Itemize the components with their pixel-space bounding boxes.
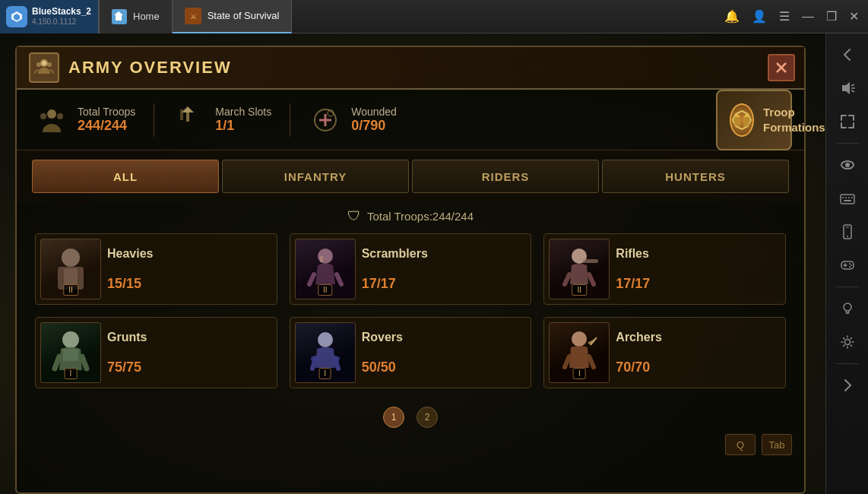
troop-portrait-grunts: I bbox=[40, 322, 101, 383]
troop-card-scramblers[interactable]: II Scramblers 17/17 bbox=[290, 233, 532, 305]
army-overview-panel: ARMY OVERVIEW bbox=[15, 46, 806, 494]
tab-riders[interactable]: RIDERS bbox=[412, 160, 599, 193]
bluestacks-text: BlueStacks_2 4.150.0.1112 bbox=[32, 6, 91, 26]
svg-rect-58 bbox=[841, 195, 854, 204]
svg-point-66 bbox=[847, 236, 848, 237]
scramblers-tier-badge: II bbox=[318, 284, 333, 296]
svg-line-47 bbox=[335, 358, 338, 369]
svg-marker-52 bbox=[842, 82, 850, 94]
sidebar-bulb-btn[interactable] bbox=[832, 293, 863, 324]
home-tab-icon bbox=[112, 9, 127, 24]
army-header-icon bbox=[29, 52, 59, 83]
rovers-tier-badge: I bbox=[318, 368, 331, 379]
sidebar-forward-btn[interactable] bbox=[832, 370, 863, 401]
tab-all[interactable]: ALL bbox=[32, 160, 219, 193]
svg-point-72 bbox=[849, 266, 851, 268]
menu-icon[interactable]: ☰ bbox=[779, 9, 790, 24]
total-troops-label: Total Troops bbox=[78, 106, 135, 118]
rifles-tier-badge: II bbox=[572, 284, 588, 296]
svg-marker-15 bbox=[182, 106, 194, 112]
grunts-name: Grunts bbox=[107, 331, 272, 344]
restore-icon[interactable]: ❐ bbox=[826, 9, 837, 24]
total-troops-display: Total Troops:244/244 bbox=[367, 210, 474, 223]
wounded-stat: Wounded 0/790 bbox=[290, 103, 415, 137]
troop-portrait-heavies: II bbox=[40, 239, 101, 299]
troop-card-rifles[interactable]: II Rifles 17/17 bbox=[543, 233, 786, 305]
svg-point-12 bbox=[40, 113, 46, 119]
troop-portrait-scramblers: II bbox=[295, 239, 356, 299]
wounded-icon bbox=[309, 103, 342, 137]
topbar-controls: 🔔 👤 ☰ — ❐ ✕ bbox=[724, 9, 868, 24]
svg-point-6 bbox=[42, 61, 46, 65]
svg-point-73 bbox=[844, 303, 851, 311]
troop-formations-label: Troop Formations bbox=[763, 105, 825, 135]
page-1-button[interactable]: 1 bbox=[383, 407, 404, 428]
troop-portrait-rovers: I bbox=[295, 322, 356, 383]
game-tab[interactable]: ⚔ State of Survival bbox=[173, 0, 293, 33]
troop-card-rovers[interactable]: I Rovers 50/50 bbox=[290, 317, 532, 388]
troop-card-grunts[interactable]: I Grunts 75/75 bbox=[35, 317, 277, 388]
svg-point-71 bbox=[851, 264, 852, 266]
svg-rect-30 bbox=[64, 268, 78, 285]
archers-name: Archers bbox=[616, 331, 781, 344]
q-shortcut-button[interactable]: Q bbox=[725, 434, 756, 455]
troop-formations-icon bbox=[730, 103, 754, 137]
svg-line-38 bbox=[589, 274, 594, 284]
troop-formations-button[interactable]: Troop Formations bbox=[716, 90, 792, 150]
tab-infantry[interactable]: INFANTRY bbox=[222, 160, 409, 193]
sidebar-expand-btn[interactable] bbox=[832, 106, 863, 137]
sidebar-phone-btn[interactable] bbox=[832, 217, 863, 247]
svg-rect-24 bbox=[743, 117, 749, 126]
sidebar-controller-btn[interactable] bbox=[832, 250, 863, 280]
march-slots-value: 1/1 bbox=[215, 118, 271, 134]
sidebar-sound-btn[interactable] bbox=[832, 73, 863, 103]
svg-rect-36 bbox=[583, 259, 598, 263]
svg-point-8 bbox=[47, 62, 52, 67]
sidebar-back-btn[interactable] bbox=[832, 40, 863, 70]
heavies-tier-badge: II bbox=[63, 284, 78, 296]
game-area: ARMY OVERVIEW bbox=[0, 33, 825, 494]
tab-hunters[interactable]: HUNTERS bbox=[602, 160, 789, 193]
sidebar-gear-btn[interactable] bbox=[832, 327, 863, 357]
account-icon[interactable]: 👤 bbox=[752, 9, 767, 24]
sidebar-divider-1 bbox=[836, 143, 859, 144]
march-slots-stat: March Slots 1/1 bbox=[154, 103, 290, 137]
game-tab-label: State of Survival bbox=[207, 10, 280, 21]
tab-shortcut-button[interactable]: Tab bbox=[762, 434, 792, 455]
march-slots-icon bbox=[173, 103, 206, 137]
svg-point-70 bbox=[849, 263, 851, 264]
sidebar-divider-2 bbox=[836, 287, 859, 287]
svg-point-43 bbox=[318, 332, 333, 347]
topbar: BlueStacks_2 4.150.0.1112 Home ⚔ State o… bbox=[0, 0, 868, 33]
rovers-count: 50/50 bbox=[362, 359, 527, 375]
svg-line-32 bbox=[309, 274, 314, 284]
svg-rect-42 bbox=[63, 349, 78, 361]
total-troops-text: Total Troops 244/244 bbox=[78, 106, 135, 134]
total-troops-stat: Total Troops 244/244 bbox=[29, 103, 154, 137]
scramblers-name: Scramblers bbox=[362, 247, 527, 261]
rifles-name: Rifles bbox=[616, 247, 781, 261]
troop-card-heavies[interactable]: II Heavies 15/15 bbox=[35, 233, 277, 305]
svg-point-7 bbox=[36, 62, 41, 67]
svg-point-13 bbox=[57, 113, 63, 119]
total-troops-line: 🛡 Total Troops:244/244 bbox=[17, 202, 804, 227]
troop-portrait-archers: I bbox=[549, 322, 610, 383]
bell-icon[interactable]: 🔔 bbox=[724, 9, 740, 24]
panel-title: ARMY OVERVIEW bbox=[68, 58, 232, 78]
wounded-value: 0/790 bbox=[351, 118, 397, 134]
minimize-icon[interactable]: — bbox=[802, 10, 814, 24]
pagination: 1 2 bbox=[17, 401, 804, 434]
close-app-icon[interactable]: ✕ bbox=[849, 9, 859, 24]
wounded-label: Wounded bbox=[351, 106, 397, 118]
sidebar-keyboard-btn[interactable] bbox=[832, 183, 863, 214]
troop-card-archers[interactable]: I Archers 70/70 bbox=[543, 317, 786, 388]
svg-rect-16 bbox=[180, 109, 183, 120]
sidebar-eye-btn[interactable] bbox=[832, 150, 863, 180]
heavies-name: Heavies bbox=[107, 247, 272, 261]
page-2-button[interactable]: 2 bbox=[417, 407, 438, 428]
home-tab[interactable]: Home bbox=[99, 0, 173, 33]
troop-portrait-rifles: II bbox=[549, 239, 610, 299]
march-slots-label: March Slots bbox=[215, 106, 271, 118]
panel-close-button[interactable] bbox=[768, 54, 795, 81]
home-tab-label: Home bbox=[133, 11, 160, 22]
